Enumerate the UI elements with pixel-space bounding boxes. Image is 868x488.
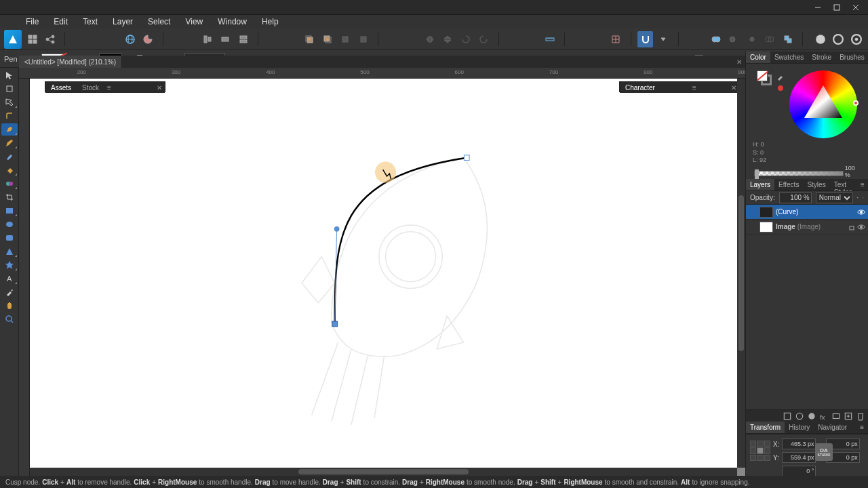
brush-tool-icon[interactable] (1, 150, 18, 163)
anchor-selector[interactable] (750, 441, 770, 461)
order-3-icon[interactable] (338, 31, 353, 47)
align-2-icon[interactable] (218, 31, 233, 47)
layers-tab[interactable]: Layers (746, 179, 774, 190)
panel-close-icon[interactable]: ✕ (731, 84, 736, 92)
shape-rounded-icon[interactable] (1, 232, 18, 244)
menu-layer[interactable]: Layer (106, 15, 140, 28)
align-1-icon[interactable] (199, 31, 215, 47)
assets-tab[interactable]: Assets (48, 83, 74, 93)
fx-icon[interactable]: fx (819, 411, 829, 421)
panel-menu-icon[interactable]: ≡ (692, 84, 696, 92)
boolean-add-icon[interactable] (709, 31, 724, 47)
menu-help[interactable]: Help (255, 15, 285, 28)
order-4-icon[interactable] (356, 31, 372, 47)
boolean-intersect-icon[interactable] (745, 31, 760, 47)
transform-tab[interactable]: Transform (746, 422, 785, 433)
close-button[interactable] (846, 1, 865, 14)
share-icon[interactable] (43, 31, 58, 47)
rotate-ccw-icon[interactable] (476, 31, 492, 47)
group-icon[interactable] (831, 411, 841, 421)
ruler-icon[interactable] (542, 31, 557, 47)
scrollbar-vertical[interactable] (737, 79, 745, 468)
globe-icon[interactable] (122, 31, 138, 47)
persona-3-icon[interactable] (848, 31, 864, 47)
pencil-tool-icon[interactable] (1, 137, 18, 149)
boolean-xor-icon[interactable] (762, 31, 778, 47)
color-wheel[interactable] (789, 70, 857, 138)
move-tool-icon[interactable] (1, 69, 18, 81)
canvas[interactable]: Assets Stock ≡ ✕ Character ≡ ✕ (30, 79, 745, 468)
navigator-tab[interactable]: Navigator (814, 422, 851, 433)
document-tab[interactable]: <Untitled> [Modified] (210.1%) (19, 56, 122, 68)
artboard-tool-icon[interactable] (1, 83, 18, 95)
rotate-cw-icon[interactable] (458, 31, 473, 47)
flip-h-icon[interactable] (422, 31, 437, 47)
shape-ellipse-icon[interactable] (1, 218, 18, 230)
crop-tool-icon[interactable] (1, 191, 18, 203)
tab-close-icon[interactable]: ✕ (734, 57, 744, 66)
panel-menu-icon[interactable]: ≡ (856, 422, 868, 433)
eyedropper-icon[interactable] (776, 72, 785, 81)
panel-menu-icon[interactable]: ≡ (856, 179, 868, 190)
order-back-icon[interactable] (320, 31, 336, 47)
adjustment-icon[interactable] (807, 411, 816, 421)
menu-view[interactable]: View (178, 15, 210, 28)
styles-tab[interactable]: Styles (803, 179, 829, 190)
eyedropper-tool-icon[interactable] (1, 286, 18, 298)
shape-star-icon[interactable] (1, 259, 18, 271)
history-tab[interactable]: History (785, 422, 814, 433)
visibility-icon[interactable] (857, 223, 865, 231)
r-input[interactable] (782, 466, 816, 476)
menu-select[interactable]: Select (141, 15, 177, 28)
palette-icon[interactable] (140, 31, 156, 47)
zoom-tool-icon[interactable] (1, 313, 18, 325)
add-layer-icon[interactable] (844, 411, 853, 421)
lock-icon[interactable] (848, 223, 856, 231)
maximize-button[interactable] (827, 1, 846, 14)
edit-layer-icon[interactable] (783, 411, 792, 421)
stock-tab[interactable]: Stock (79, 83, 102, 93)
menu-window[interactable]: Window (211, 15, 254, 28)
layer-row-curve[interactable]: (Curve) (746, 205, 868, 220)
scrollbar-horizontal[interactable] (30, 468, 737, 476)
shape-triangle-icon[interactable] (1, 245, 18, 258)
order-front-icon[interactable] (302, 31, 317, 47)
menu-text[interactable]: Text (76, 15, 104, 28)
text-tool-icon[interactable]: A (1, 272, 18, 285)
fill-stroke-toggle[interactable] (757, 70, 772, 85)
mask-icon[interactable] (795, 411, 804, 421)
snap-dropdown-icon[interactable] (656, 31, 671, 47)
swatches-tab[interactable]: Swatches (770, 52, 808, 63)
grid-icon[interactable] (24, 31, 40, 47)
character-tab[interactable]: Character (623, 83, 658, 93)
color-opacity-slider[interactable] (754, 171, 844, 176)
corner-tool-icon[interactable] (1, 110, 18, 122)
x-input[interactable] (782, 439, 816, 449)
align-3-icon[interactable] (236, 31, 252, 47)
minimize-button[interactable] (808, 1, 827, 14)
assets-panel[interactable]: Assets Stock ≡ ✕ (45, 81, 165, 92)
pen-tool-icon[interactable] (1, 123, 18, 136)
snap-grid-icon[interactable] (608, 31, 624, 47)
menu-edit[interactable]: Edit (47, 15, 75, 28)
character-panel[interactable]: Character ≡ ✕ (619, 81, 740, 92)
layer-fx-icon[interactable] (863, 194, 864, 202)
menu-file[interactable]: File (19, 15, 45, 28)
visibility-icon[interactable] (857, 208, 865, 216)
persona-1-icon[interactable] (812, 31, 828, 47)
boolean-subtract-icon[interactable] (726, 31, 742, 47)
transparency-tool-icon[interactable] (1, 178, 18, 190)
y-input[interactable] (782, 452, 816, 463)
effects-tab[interactable]: Effects (774, 179, 803, 190)
blend-mode-select[interactable]: Normal (816, 192, 853, 203)
shape-rect-icon[interactable] (1, 205, 18, 217)
boolean-divide-icon[interactable] (781, 31, 796, 47)
flip-v-icon[interactable] (440, 31, 456, 47)
layer-row-image[interactable]: Image (Image) (746, 220, 868, 235)
stroke-tab[interactable]: Stroke (808, 52, 835, 63)
delete-layer-icon[interactable] (856, 411, 865, 421)
persona-2-icon[interactable] (831, 31, 846, 47)
layer-opacity-input[interactable] (779, 192, 812, 203)
color-tab[interactable]: Color (746, 52, 770, 63)
panel-menu-icon[interactable]: ≡ (107, 84, 111, 92)
